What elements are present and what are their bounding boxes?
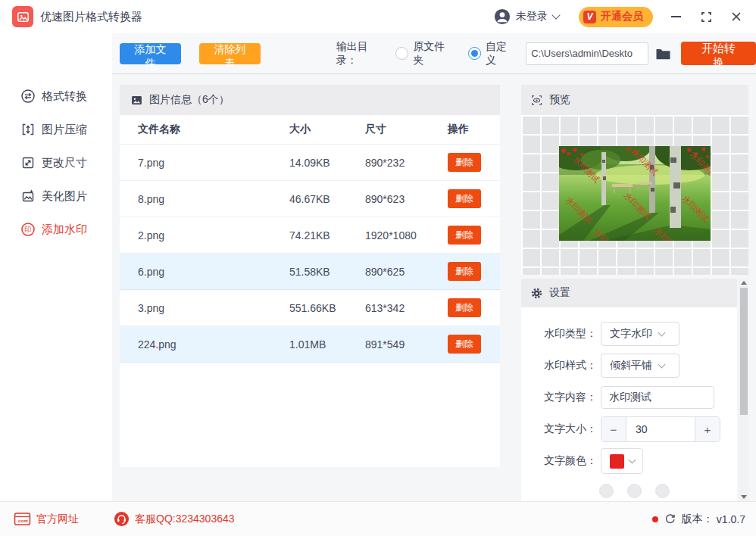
output-path-input[interactable] — [526, 42, 648, 65]
setting-text-content: 文字内容： — [521, 382, 737, 413]
version-value: v1.0.7 — [717, 513, 745, 525]
file-name: 6.png — [138, 266, 289, 278]
file-name: 3.png — [138, 302, 289, 314]
add-files-button[interactable]: 添加文件 — [120, 43, 181, 64]
file-size: 551.66KB — [289, 302, 365, 314]
preset-dot[interactable] — [627, 484, 642, 498]
app-logo-icon — [12, 6, 33, 27]
stamp-icon: 印 — [20, 222, 36, 237]
stepper-minus-button[interactable]: − — [601, 417, 626, 441]
chevron-down-icon — [628, 457, 636, 464]
table-row[interactable]: 224.png 1.01MB 891*549 删除 — [120, 326, 500, 363]
table-panel-header: 图片信息（6个） — [120, 85, 500, 115]
settings-body: 水印类型： 文字水印 水印样式： 倾斜平铺 文字内容： 文字大小： — [521, 307, 737, 502]
radio-custom[interactable] — [468, 47, 481, 60]
settings-scrollbar[interactable] — [739, 279, 748, 502]
stepper-plus-button[interactable]: + — [695, 417, 720, 441]
table-row[interactable]: 8.png 46.67KB 890*623 删除 — [120, 181, 500, 217]
close-button[interactable] — [730, 11, 742, 23]
app-title: 优速图片格式转换器 — [40, 10, 142, 24]
start-convert-button[interactable]: 开始转换 — [681, 42, 756, 65]
sidebar-item-watermark[interactable]: 印 添加水印 — [0, 213, 112, 246]
vip-label: 开通会员 — [601, 10, 643, 23]
col-filename: 文件名称 — [138, 123, 289, 136]
file-name: 224.png — [138, 338, 289, 351]
status-dot — [652, 516, 658, 522]
svg-text:印: 印 — [25, 226, 32, 233]
delete-button[interactable]: 删除 — [448, 335, 481, 354]
radio-custom-label[interactable]: 自定义 — [486, 40, 517, 67]
delete-button[interactable]: 删除 — [448, 262, 481, 281]
sidebar-item-compress[interactable]: 图片压缩 — [0, 113, 112, 146]
scroll-up-arrow[interactable] — [741, 281, 747, 285]
sidebar-item-resize[interactable]: 更改尺寸 — [0, 146, 112, 179]
chevron-down-icon — [658, 329, 666, 337]
watermark-type-select[interactable]: 文字水印 — [601, 322, 679, 346]
setting-text-size: 文字大小： − + — [521, 413, 737, 445]
preview-title: 预览 — [549, 93, 570, 107]
radio-original-label[interactable]: 原文件夹 — [413, 40, 455, 67]
website-icon: .com — [14, 512, 31, 526]
folder-icon — [655, 47, 671, 61]
version-label: 版本： — [682, 513, 714, 526]
watermark-style-select[interactable]: 倾斜平铺 — [601, 354, 679, 378]
sidebar-item-label: 格式转换 — [42, 89, 87, 104]
text-content-label: 文字内容： — [521, 391, 597, 404]
official-website-link[interactable]: .com 官方网址 — [14, 512, 79, 526]
file-size: 74.21KB — [289, 229, 365, 242]
sidebar-item-format-convert[interactable]: 格式转换 — [0, 79, 112, 113]
preset-dot[interactable] — [599, 484, 614, 498]
file-name: 2.png — [138, 229, 289, 242]
table-row[interactable]: 3.png 551.66KB 613*342 删除 — [120, 290, 500, 326]
browse-folder-button[interactable] — [655, 47, 671, 61]
setting-text-color: 文字颜色： — [521, 445, 737, 477]
preview-header: 预览 — [521, 85, 748, 115]
delete-button[interactable]: 删除 — [448, 189, 481, 208]
main-content: 添加文件 清除列表 输出目录： 原文件夹 自定义 开始转换 图片信息（6个） 文… — [112, 33, 756, 502]
scroll-down-arrow[interactable] — [741, 495, 747, 499]
sidebar-item-label: 添加水印 — [42, 223, 87, 237]
font-size-value[interactable] — [626, 417, 695, 441]
open-vip-button[interactable]: V 开通会员 — [579, 7, 653, 27]
login-menu[interactable]: 未登录 — [494, 8, 559, 25]
output-dir-label: 输出目录： — [336, 40, 389, 67]
sidebar-item-beautify[interactable]: 美化图片 — [0, 179, 112, 213]
text-size-label: 文字大小： — [521, 422, 597, 436]
settings-header: 设置 — [521, 279, 737, 307]
delete-button[interactable]: 删除 — [448, 226, 481, 245]
sidebar-item-label: 图片压缩 — [42, 123, 87, 137]
chevron-down-icon — [551, 11, 560, 19]
table-row[interactable]: 6.png 51.58KB 890*625 删除 — [120, 254, 500, 290]
eye-icon — [530, 94, 543, 107]
chevron-down-icon — [658, 361, 666, 369]
watermark-text-input[interactable] — [601, 386, 714, 409]
preset-dot[interactable] — [655, 484, 670, 498]
radio-original-folder[interactable] — [395, 47, 408, 60]
clear-list-button[interactable]: 清除列表 — [199, 43, 261, 64]
customer-service-icon — [114, 511, 130, 527]
delete-button[interactable]: 删除 — [448, 298, 481, 317]
table-row[interactable]: 2.png 74.21KB 1920*1080 删除 — [120, 217, 500, 254]
preview-image: 水印测试 水印测试 水印测试 水印测试 水印测试 水印测试 水印测试 水印测试 — [559, 146, 711, 241]
table-row[interactable]: 7.png 14.09KB 890*232 删除 — [120, 145, 500, 181]
maximize-icon — [701, 11, 712, 23]
color-picker-dropdown[interactable] — [601, 448, 643, 474]
scrollbar-thumb[interactable] — [740, 288, 748, 415]
file-size: 46.67KB — [289, 193, 365, 205]
check-update-button[interactable] — [664, 513, 676, 525]
support-qq-link[interactable]: 客服QQ:3234303643 — [114, 511, 235, 527]
delete-button[interactable]: 删除 — [448, 153, 481, 172]
minimize-button[interactable] — [670, 11, 682, 23]
beautify-icon — [20, 189, 36, 204]
col-action: 操作 — [448, 123, 500, 136]
file-name: 8.png — [138, 193, 289, 205]
maximize-button[interactable] — [700, 11, 712, 23]
watermark-style-label: 水印样式： — [521, 359, 597, 372]
sidebar: 格式转换 图片压缩 更改尺寸 美化图片 印 添加水印 — [0, 33, 112, 502]
color-preset-dots — [599, 484, 737, 498]
image-info-icon — [130, 94, 143, 107]
convert-icon — [20, 89, 36, 104]
setting-watermark-type: 水印类型： 文字水印 — [521, 318, 737, 350]
sidebar-item-label: 更改尺寸 — [42, 156, 87, 170]
settings-title: 设置 — [549, 286, 570, 300]
